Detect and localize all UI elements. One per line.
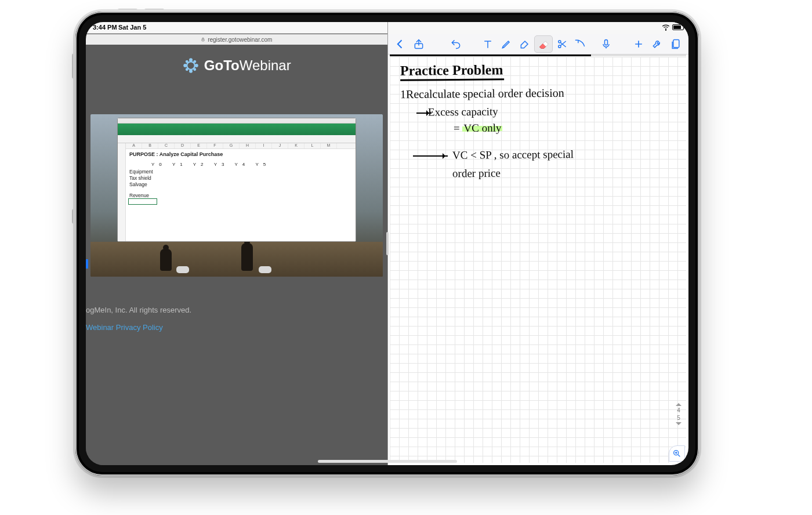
- undo-button[interactable]: [447, 35, 465, 53]
- svg-point-4: [183, 64, 187, 67]
- hand-line-2: Excess capacity: [427, 105, 498, 118]
- split-right-notes: Practice Problem 1Recalculate special or…: [387, 22, 689, 465]
- mic-button[interactable]: [597, 35, 615, 53]
- footer-copyright: ogMeIn, Inc. All rights reserved.: [86, 306, 191, 314]
- cell-purpose: PURPOSE : Analyze Capital Purchase: [129, 151, 223, 157]
- status-date: Sat Jan 5: [118, 24, 146, 31]
- text-tool[interactable]: [478, 35, 497, 53]
- footer-privacy-link[interactable]: Webinar Privacy Policy: [86, 323, 163, 332]
- excel-selection: [128, 198, 157, 205]
- excel-cells: PURPOSE : Analyze Capital Purchase Y0 Y1…: [126, 149, 356, 241]
- home-indicator[interactable]: [318, 460, 457, 463]
- hand-line-5: order price: [452, 167, 500, 180]
- pen-tool[interactable]: [497, 35, 516, 53]
- eraser-tool[interactable]: [534, 35, 553, 53]
- svg-point-9: [193, 68, 196, 71]
- battery-icon: [672, 24, 684, 30]
- page-next: 5: [677, 415, 680, 421]
- excel-col-headers: ABCDEFGHIJKLM: [126, 143, 356, 149]
- zoom-button[interactable]: [669, 445, 685, 462]
- svg-rect-14: [605, 39, 608, 45]
- back-button[interactable]: [391, 35, 409, 53]
- svg-point-7: [193, 60, 196, 63]
- safari-url-bar[interactable]: register.gotowebinar.com: [86, 34, 387, 45]
- toolbar-underline-indicator: [390, 55, 687, 56]
- wifi-icon: [662, 24, 670, 31]
- silhouette-dog: [176, 266, 189, 273]
- svg-point-1: [187, 61, 195, 70]
- circled-number: 1: [400, 88, 405, 100]
- highlighter-tool[interactable]: [516, 35, 534, 53]
- split-left-safari: 3:44 PM Sat Jan 5 register.gotowebinar.c…: [86, 22, 387, 465]
- add-button[interactable]: [629, 35, 648, 53]
- safari-host: register.gotowebinar.com: [208, 37, 272, 43]
- pages-button[interactable]: [666, 35, 685, 53]
- silhouette-person: [160, 249, 172, 271]
- split-grab-handle[interactable]: [386, 232, 389, 255]
- svg-point-3: [189, 70, 193, 73]
- gotowebinar-header: GoToWebinar: [86, 45, 387, 86]
- cell-row: Revenue: [129, 193, 149, 198]
- shape-tool[interactable]: [571, 35, 590, 53]
- svg-point-10: [665, 30, 666, 30]
- svg-rect-0: [202, 39, 204, 41]
- cell-row: Equipment: [129, 169, 153, 175]
- ipad-frame: 3:44 PM Sat Jan 5 register.gotowebinar.c…: [75, 12, 699, 476]
- lock-icon: [201, 37, 205, 42]
- settings-wrench-button[interactable]: [648, 35, 666, 53]
- ipad-screen: 3:44 PM Sat Jan 5 register.gotowebinar.c…: [86, 22, 688, 465]
- hand-title: Practice Problem: [400, 62, 504, 81]
- cell-row: Salvage: [129, 182, 147, 187]
- svg-point-13: [559, 45, 561, 48]
- cell-row: Tax shield: [129, 175, 151, 181]
- hand-line-3: = VC only: [453, 122, 502, 135]
- notes-toolbar: [387, 34, 689, 55]
- page-up-icon[interactable]: [676, 400, 682, 406]
- status-time: 3:44 PM: [93, 24, 117, 31]
- share-button[interactable]: [409, 35, 428, 53]
- page-current: 4: [677, 407, 680, 414]
- screenshare-excel-window: ABCDEFGHIJKLM PURPOSE : Analyze Capital …: [117, 118, 356, 242]
- arrow-icon: [413, 155, 448, 157]
- status-bar-right: [387, 22, 689, 34]
- page-down-icon[interactable]: [676, 422, 682, 428]
- gotowebinar-wordmark: GoToWebinar: [204, 57, 291, 74]
- svg-point-5: [195, 64, 198, 67]
- svg-point-2: [189, 58, 193, 61]
- svg-point-12: [559, 40, 561, 42]
- lasso-scissors-tool[interactable]: [553, 35, 571, 53]
- svg-point-8: [186, 68, 188, 71]
- status-bar: 3:44 PM Sat Jan 5: [86, 22, 387, 34]
- edge-indicator: [86, 259, 88, 269]
- hand-line-1: 1Recalculate special order decision: [400, 86, 564, 101]
- svg-point-6: [186, 60, 188, 63]
- gotowebinar-logo-icon: [182, 57, 200, 74]
- silhouette-person: [241, 243, 253, 271]
- webinar-hero-image: ABCDEFGHIJKLM PURPOSE : Analyze Capital …: [90, 114, 383, 277]
- cell-year-headers: Y0 Y1 Y2 Y3 Y4 Y5: [151, 162, 270, 167]
- safari-page: GoToWebinar: [86, 45, 387, 465]
- hero-foreground: [90, 242, 383, 277]
- note-canvas[interactable]: Practice Problem 1Recalculate special or…: [390, 57, 687, 463]
- silhouette-dog: [259, 266, 271, 273]
- page-navigator[interactable]: 4 5: [673, 400, 684, 428]
- hand-line-4: VC < SP , so accept special: [452, 148, 573, 162]
- svg-rect-15: [673, 39, 679, 47]
